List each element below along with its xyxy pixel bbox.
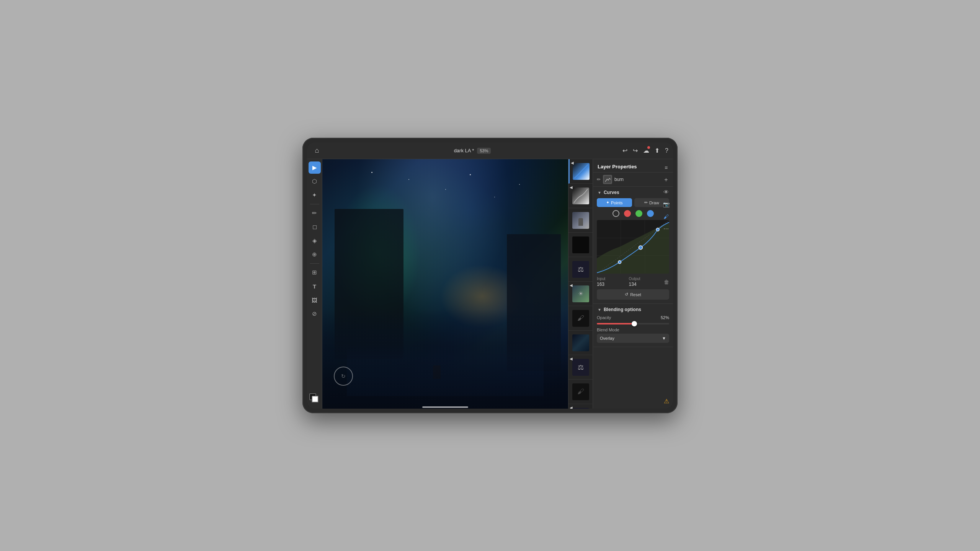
main-content: ▶ ⬡ ✦ ✏ ◻ ◈ ⊕ ⊞ T 🖼 ⊘ <box>307 159 673 409</box>
tool-fill[interactable]: ◈ <box>309 235 321 247</box>
eye-btn[interactable]: 👁 <box>661 187 671 197</box>
tool-eraser[interactable]: ◻ <box>309 221 321 233</box>
layer-thumb-5[interactable]: ⚖ <box>568 257 593 282</box>
channel-dots <box>597 210 669 217</box>
canvas-scroll <box>322 406 568 409</box>
top-bar: ⌂ dark LA * 53% ↩ ↪ ☁ ⬆ ? <box>307 142 673 159</box>
blend-mode-value: Overlay <box>600 336 614 341</box>
layer-thumb-9[interactable]: ◀ ⚖ <box>568 355 593 380</box>
input-label: Input <box>597 277 605 281</box>
reset-icon: ↺ <box>625 292 628 297</box>
redo-button[interactable]: ↪ <box>633 147 638 154</box>
opacity-slider-wrap[interactable] <box>597 323 669 324</box>
warning-icon[interactable]: ⚠ <box>664 398 669 405</box>
blend-mode-arrow: ▼ <box>662 336 666 341</box>
blending-collapse-arrow: ▼ <box>598 308 601 312</box>
help-button[interactable]: ? <box>665 147 668 154</box>
points-icon: ✦ <box>606 200 609 205</box>
opacity-thumb[interactable] <box>632 321 637 326</box>
curves-graph[interactable] <box>597 220 669 274</box>
curves-reset-btn[interactable]: ↺ Reset <box>597 289 669 300</box>
canvas-image <box>322 159 568 409</box>
output-group: Output 134 <box>629 277 640 287</box>
notification-button[interactable]: ☁ <box>643 147 649 154</box>
layer-thumb-4[interactable] <box>568 233 593 257</box>
opacity-slider[interactable] <box>597 323 669 324</box>
panel-side-icons: ≡ + 👁 📷 🖌 ⋯ <box>659 159 673 237</box>
layers-icon-btn[interactable]: ≡ <box>661 162 671 173</box>
blending-title: ▼ Blending options <box>598 307 641 312</box>
layer-thumb-3[interactable] <box>568 208 593 233</box>
home-button[interactable]: ⌂ <box>312 145 322 156</box>
layer-thumb-6[interactable]: ◀ ☀ <box>568 282 593 306</box>
tool-select[interactable]: ▶ <box>309 161 321 174</box>
more-btn[interactable]: ⋯ <box>661 223 671 234</box>
curves-title: ▼ Curves <box>598 190 619 195</box>
layer-icon <box>603 175 612 184</box>
svg-point-7 <box>639 246 642 249</box>
tool-crop[interactable]: ⊞ <box>309 266 321 279</box>
tool-magic-wand[interactable]: ✦ <box>309 189 321 201</box>
blending-section: ▼ Blending options Opacity 52% <box>593 304 673 347</box>
channel-white[interactable] <box>612 210 619 217</box>
photo-btn[interactable]: 📷 <box>661 199 671 210</box>
color-swatches[interactable] <box>309 393 321 405</box>
curves-mode-buttons: ✦ Points ✏ Draw <box>597 198 669 207</box>
input-group: Input 163 <box>597 277 605 287</box>
share-button[interactable]: ⬆ <box>655 147 660 154</box>
output-value: 134 <box>629 282 640 287</box>
channel-red[interactable] <box>624 210 631 217</box>
blend-mode-row: Blend Mode Overlay ▼ <box>597 328 669 343</box>
canvas-area[interactable]: ↻ <box>322 159 568 409</box>
layer-thumb-10[interactable]: 🖌 <box>568 380 593 404</box>
tool-image[interactable]: 🖼 <box>309 294 321 306</box>
blend-mode-select[interactable]: Overlay ▼ <box>597 334 669 343</box>
warning-row: ⚠ <box>593 347 673 353</box>
zoom-level[interactable]: 53% <box>477 148 491 154</box>
scroll-bar[interactable] <box>422 406 468 408</box>
delete-point-btn[interactable]: 🗑 <box>664 279 669 285</box>
blend-mode-label: Blend Mode <box>597 328 669 332</box>
layer-thumb-8[interactable] <box>568 331 593 355</box>
top-bar-center: dark LA * 53% <box>454 148 491 154</box>
tool-brush[interactable]: ✏ <box>309 207 321 219</box>
channel-green[interactable] <box>635 210 642 217</box>
channel-blue[interactable] <box>647 210 654 217</box>
tool-lasso[interactable]: ⬡ <box>309 175 321 187</box>
layer-thumb-11[interactable]: ◀ ☀ <box>568 404 593 409</box>
curves-collapse-arrow: ▼ <box>598 191 601 195</box>
panel-title: Layer Properties <box>598 164 637 170</box>
left-toolbar: ▶ ⬡ ✦ ✏ ◻ ◈ ⊕ ⊞ T 🖼 ⊘ <box>307 159 322 409</box>
tablet-screen: ⌂ dark LA * 53% ↩ ↪ ☁ ⬆ ? ▶ ⬡ ✦ ✏ <box>307 142 673 409</box>
input-value: 163 <box>597 282 605 287</box>
tool-text[interactable]: T <box>309 280 321 292</box>
undo-button[interactable]: ↩ <box>622 147 627 154</box>
layer-name[interactable]: burn <box>614 177 624 182</box>
layer-thumbnails: ◀ ◀ <box>568 159 593 409</box>
svg-point-8 <box>656 228 659 231</box>
add-layer-btn[interactable]: + <box>661 174 671 185</box>
layer-thumb-1[interactable]: ◀ <box>568 159 593 184</box>
layer-thumb-7[interactable]: 🖌 <box>568 306 593 331</box>
layer-thumb-2[interactable]: ◀ <box>568 184 593 208</box>
output-label: Output <box>629 277 640 281</box>
opacity-row: Opacity 52% <box>597 315 669 320</box>
tool-eyedropper[interactable]: ⊘ <box>309 308 321 320</box>
draw-icon: ✏ <box>644 200 648 205</box>
toolbar-divider-2 <box>310 263 319 264</box>
opacity-label: Opacity <box>597 315 611 320</box>
document-title: dark LA * <box>454 148 474 153</box>
svg-point-6 <box>618 261 621 264</box>
rotation-handle[interactable]: ↻ <box>334 367 353 386</box>
toolbar-divider <box>310 204 319 204</box>
tool-clone[interactable]: ⊕ <box>309 248 321 261</box>
blending-section-header[interactable]: ▼ Blending options <box>593 304 673 315</box>
layer-mask-icon: ✏ <box>597 177 601 182</box>
paint-btn[interactable]: 🖌 <box>661 211 671 222</box>
right-panel: ≡ + 👁 📷 🖌 ⋯ Layer Properties ✏ <box>593 159 673 409</box>
opacity-value: 52% <box>661 315 669 320</box>
top-bar-right: ↩ ↪ ☁ ⬆ ? <box>622 147 668 154</box>
curves-points-btn[interactable]: ✦ Points <box>597 198 632 207</box>
input-output-row: Input 163 Output 134 🗑 <box>597 277 669 287</box>
blend-section-content: Opacity 52% Blend Mode Overla <box>593 315 673 347</box>
